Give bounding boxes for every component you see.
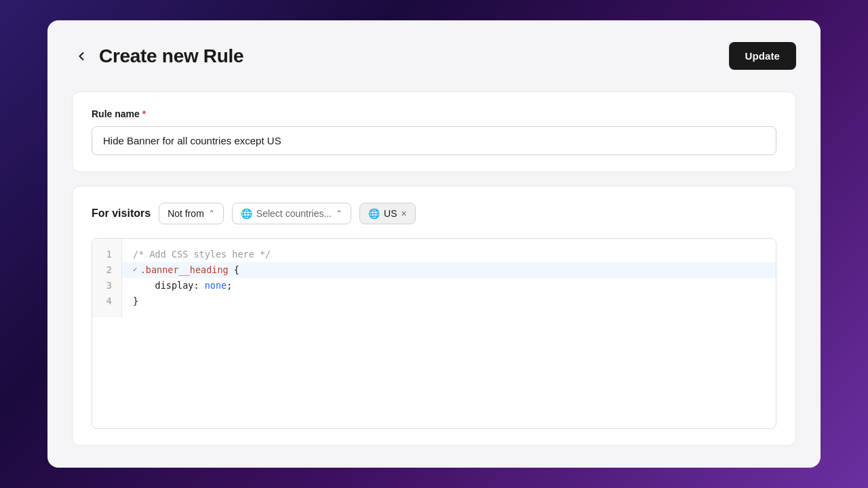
value-token: none	[205, 278, 227, 293]
code-line-4: }	[133, 293, 765, 309]
closing-brace-token: }	[133, 293, 138, 309]
line-numbers: 1 2 3 4	[92, 239, 122, 317]
page-title: Create new Rule	[99, 45, 243, 67]
code-lines[interactable]: /* Add CSS styles here */ ✓.banner__head…	[122, 239, 776, 317]
globe-icon-tag: 🌐	[368, 208, 380, 219]
code-editor: 1 2 3 4 /* Add CSS styles here */ ✓.bann…	[92, 238, 776, 429]
rule-name-section: Rule name *	[72, 92, 796, 172]
header: Create new Rule Update	[72, 42, 796, 70]
line-number-2: 2	[102, 262, 112, 278]
code-line-2: ✓.banner__heading {	[122, 262, 776, 278]
rule-name-input[interactable]	[92, 126, 776, 155]
chevron-down-icon: ⌃	[208, 209, 215, 218]
selector-token: .banner__heading	[140, 262, 229, 278]
select-countries-placeholder: Select countries...	[256, 208, 332, 219]
code-line-3: display: none;	[133, 278, 765, 293]
back-button[interactable]	[72, 47, 91, 66]
rule-name-label: Rule name *	[92, 108, 776, 119]
remove-country-button[interactable]: ×	[401, 209, 407, 218]
condition-dropdown[interactable]: Not from ⌃	[159, 203, 224, 224]
line-number-3: 3	[102, 278, 112, 293]
visitors-label: For visitors	[92, 207, 151, 220]
modal-container: Create new Rule Update Rule name * For v…	[47, 20, 821, 468]
line-number-4: 4	[102, 293, 112, 309]
code-editor-wrapper: 1 2 3 4 /* Add CSS styles here */ ✓.bann…	[92, 239, 776, 428]
code-line-1: /* Add CSS styles here */	[133, 247, 765, 262]
line-number-1: 1	[102, 247, 112, 262]
select-countries-dropdown[interactable]: 🌐 Select countries... ⌃	[232, 203, 351, 224]
chevron-down-icon-2: ⌃	[336, 209, 342, 218]
property-token: display:	[133, 278, 205, 293]
country-tag-us: 🌐 US ×	[359, 203, 416, 224]
punctuation-token: ;	[226, 278, 232, 293]
update-button[interactable]: Update	[729, 42, 796, 70]
required-asterisk: *	[142, 108, 146, 119]
brace-token: {	[229, 262, 239, 278]
condition-label: Not from	[167, 208, 204, 219]
comment-token: /* Add CSS styles here */	[133, 247, 271, 262]
header-left: Create new Rule	[72, 45, 243, 67]
country-code: US	[384, 208, 397, 219]
globe-icon: 🌐	[241, 208, 252, 219]
chevron-indicator: ✓	[133, 264, 138, 277]
visitors-header: For visitors Not from ⌃ 🌐 Select countri…	[92, 203, 776, 224]
code-content: 1 2 3 4 /* Add CSS styles here */ ✓.bann…	[92, 239, 776, 317]
visitors-section: For visitors Not from ⌃ 🌐 Select countri…	[72, 186, 796, 446]
